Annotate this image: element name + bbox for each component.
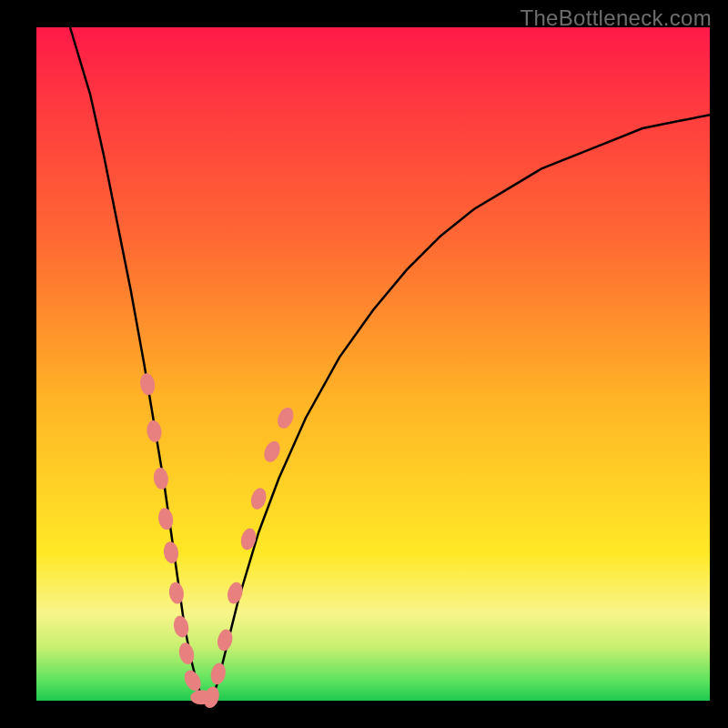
- curve-marker: [153, 467, 170, 490]
- bottleneck-curve: [70, 27, 710, 701]
- curve-marker: [209, 662, 228, 686]
- curve-marker: [248, 486, 268, 511]
- curve-marker: [238, 527, 258, 551]
- marker-layer: [138, 372, 296, 710]
- curve-marker: [226, 581, 245, 605]
- curve-marker: [275, 405, 297, 430]
- chart-frame: TheBottleneck.com: [0, 0, 728, 728]
- curve-marker: [172, 614, 190, 639]
- curve-marker: [157, 507, 175, 531]
- curve-marker: [138, 372, 156, 396]
- curve-marker: [181, 667, 204, 693]
- curve-marker: [167, 581, 185, 605]
- curve-marker: [146, 420, 163, 443]
- curve-path: [70, 27, 710, 701]
- curve-marker: [177, 642, 197, 666]
- curve-marker: [201, 685, 221, 710]
- curve-marker: [162, 541, 179, 564]
- plot-area: [36, 27, 710, 701]
- chart-svg: [36, 27, 710, 701]
- curve-marker: [261, 439, 283, 464]
